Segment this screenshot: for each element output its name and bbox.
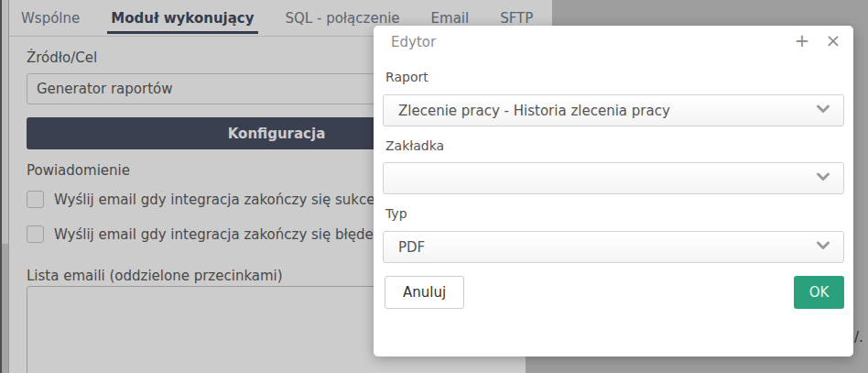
chevron-down-icon	[816, 103, 830, 119]
raport-select[interactable]: Zlecenie pracy - Historia zlecenia pracy	[383, 94, 844, 126]
zakladka-select[interactable]	[383, 162, 844, 194]
chevron-down-icon	[816, 239, 830, 256]
raport-select-value: Zlecenie pracy - Historia zlecenia pracy	[398, 103, 670, 119]
zakladka-label: Zakładka	[385, 138, 444, 153]
add-icon[interactable]: +	[791, 29, 813, 51]
editor-dialog: Edytor + × Raport Zlecenie pracy - Histo…	[374, 26, 853, 357]
ok-button[interactable]: OK	[794, 276, 844, 309]
app-window: Wspólne Moduł wykonujący SQL - połączeni…	[0, 0, 868, 373]
dialog-tools: + ×	[791, 29, 844, 51]
cancel-button[interactable]: Anuluj	[385, 276, 464, 309]
typ-select[interactable]: PDF	[383, 231, 844, 263]
typ-label: Typ	[385, 206, 407, 221]
chevron-down-icon	[816, 170, 830, 187]
dialog-title: Edytor	[391, 34, 436, 50]
typ-select-value: PDF	[398, 239, 425, 256]
close-icon[interactable]: ×	[822, 29, 844, 51]
raport-label: Raport	[385, 70, 429, 84]
